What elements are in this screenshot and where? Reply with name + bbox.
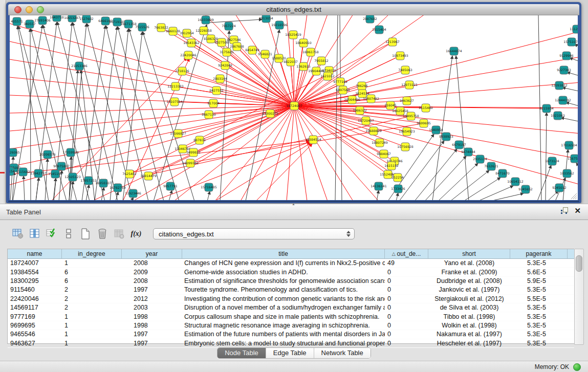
graph-node[interactable]: 9474444 — [461, 148, 475, 156]
table-row[interactable]: 1456911722003Disruption of a novel membe… — [8, 303, 574, 312]
graph-edge[interactable] — [294, 106, 307, 200]
graph-edge[interactable] — [215, 143, 311, 200]
scrollbar-thumb[interactable] — [576, 255, 582, 272]
select-columns-icon[interactable] — [29, 228, 40, 239]
graph-edge[interactable] — [207, 191, 210, 200]
create-table-icon[interactable] — [80, 228, 91, 239]
graph-node[interactable]: 16961758 — [302, 48, 319, 56]
graph-edge[interactable] — [548, 191, 558, 200]
column-header-out_de[interactable]: △out_de... — [385, 249, 428, 258]
graph-node[interactable]: 1021063 — [551, 112, 565, 120]
graph-node[interactable]: 27691406 — [34, 16, 51, 25]
graph-node[interactable]: 1733426 — [391, 185, 405, 193]
table-row[interactable]: 1872400712008Changes of HCN gene express… — [8, 259, 574, 268]
table-row[interactable]: 1938455462009Genome-wide association stu… — [8, 268, 574, 276]
graph-node[interactable]: 10756928 — [397, 143, 413, 151]
graph-node[interactable]: 17016504 — [561, 141, 577, 149]
network-table-select[interactable]: citations_edges.txt — [153, 228, 355, 239]
column-settings-icon[interactable] — [12, 228, 24, 239]
graph-edge[interactable] — [456, 56, 469, 200]
graph-edge[interactable] — [36, 178, 39, 200]
graph-edge[interactable] — [464, 178, 500, 200]
graph-edge[interactable] — [415, 149, 457, 200]
table-row[interactable]: 2242004622012Investigating the contribut… — [8, 295, 574, 303]
graph-edge[interactable] — [154, 25, 207, 200]
graph-edge[interactable] — [561, 118, 578, 122]
graph-node[interactable]: 14136141 — [371, 182, 387, 190]
graph-node[interactable]: 1213967 — [385, 38, 400, 46]
graph-node[interactable]: 7986322 — [353, 106, 367, 115]
graph-node[interactable]: 16644874 — [446, 47, 462, 55]
graph-node[interactable]: 405571 — [11, 17, 23, 26]
graph-node[interactable]: 16033809 — [198, 16, 214, 24]
graph-node[interactable]: 8454749 — [245, 46, 259, 54]
graph-node[interactable]: 1615404 — [372, 26, 386, 34]
table-row[interactable]: 1830029562008Estimation of significance … — [8, 277, 574, 286]
graph-edge[interactable] — [294, 106, 578, 185]
graph-node[interactable]: 9115460 — [419, 104, 433, 112]
graph-node[interactable]: 746266 — [356, 82, 368, 90]
graph-node[interactable]: 1527602 — [79, 15, 94, 23]
row-height-icon[interactable] — [63, 228, 74, 239]
graph-edge[interactable] — [188, 55, 294, 106]
graph-node[interactable]: 19495758 — [403, 112, 419, 120]
graph-node[interactable]: 1167533 — [568, 155, 578, 163]
graph-node[interactable]: 12973115 — [401, 81, 418, 89]
graph-edge[interactable] — [10, 106, 294, 167]
graph-node[interactable]: 10654112 — [507, 178, 524, 186]
graph-edge[interactable] — [537, 165, 551, 200]
graph-node[interactable]: 9245652 — [518, 185, 533, 193]
column-header-title[interactable]: title — [182, 249, 385, 258]
graph-node[interactable]: 19654923 — [399, 127, 415, 136]
graph-node[interactable]: 8938923 — [439, 133, 453, 141]
graph-node[interactable]: 15716485 — [201, 183, 217, 191]
graph-node[interactable]: 9146821 — [258, 50, 272, 58]
column-header-pagerank[interactable]: pagerank — [510, 249, 568, 258]
memory-status-icon[interactable] — [573, 363, 581, 371]
graph-edge[interactable] — [176, 86, 294, 106]
graph-edge[interactable] — [12, 172, 14, 200]
graph-node[interactable]: 8471670 — [495, 169, 510, 178]
graph-node[interactable]: 18107554 — [166, 98, 183, 106]
graph-node[interactable]: 9699695 — [417, 119, 431, 127]
graph-edge[interactable] — [154, 142, 310, 200]
graph-edge[interactable] — [10, 77, 294, 106]
graph-edge[interactable] — [546, 113, 547, 200]
tab-edge-table[interactable]: Edge Table — [266, 348, 314, 358]
graph-node[interactable]: 3175685 — [220, 48, 234, 56]
graph-node[interactable]: 8813054 — [259, 15, 273, 23]
delete-table-icon[interactable] — [97, 228, 108, 239]
graph-node[interactable]: 2887682 — [363, 15, 377, 23]
table-panel-titlebar[interactable]: ▲ Table Panel ✕ — [0, 204, 588, 220]
graph-node[interactable]: 2526065 — [10, 148, 20, 157]
graph-node[interactable]: 12213383 — [167, 82, 184, 91]
graph-edge[interactable] — [490, 193, 524, 200]
graph-node[interactable]: 10688609 — [365, 127, 382, 135]
graph-node[interactable]: 1112954 — [570, 25, 578, 33]
graph-edge[interactable] — [438, 163, 478, 200]
graph-edge[interactable] — [294, 106, 328, 200]
graph-node[interactable]: 8667110 — [202, 111, 216, 119]
splitter-handle[interactable]: ▲ — [292, 203, 297, 205]
graph-node[interactable]: 19218596 — [271, 21, 288, 29]
graph-node[interactable]: 11923446 — [125, 189, 141, 198]
graph-node[interactable]: 7515526 — [135, 23, 149, 31]
column-header-name[interactable]: name — [8, 249, 62, 258]
graph-node[interactable]: 7632621 — [484, 162, 498, 170]
graph-node[interactable]: 1640954 — [429, 126, 443, 134]
graph-node[interactable]: 12505123 — [64, 173, 81, 181]
graph-node[interactable]: 7955812 — [314, 57, 329, 65]
network-window-titlebar[interactable]: citations_edges.txt — [8, 4, 579, 15]
graph-node[interactable]: 16782759 — [110, 184, 126, 192]
graph-edge[interactable] — [10, 24, 294, 106]
graph-node[interactable]: 1643718 — [50, 15, 64, 21]
tab-network-table[interactable]: Network Table — [314, 348, 371, 358]
graph-node[interactable]: 1033562 — [560, 169, 574, 178]
canvas-resize-grip[interactable] — [571, 193, 577, 199]
graph-node[interactable]: 252254 — [391, 173, 404, 182]
graph-node[interactable]: 8215954 — [539, 104, 554, 113]
network-canvas[interactable]: 4055713405572769140616437181065328715276… — [10, 15, 578, 200]
column-header-short[interactable]: short — [428, 249, 510, 258]
graph-node[interactable]: 21053346 — [71, 62, 88, 70]
graph-node[interactable]: 17359928 — [62, 148, 79, 157]
